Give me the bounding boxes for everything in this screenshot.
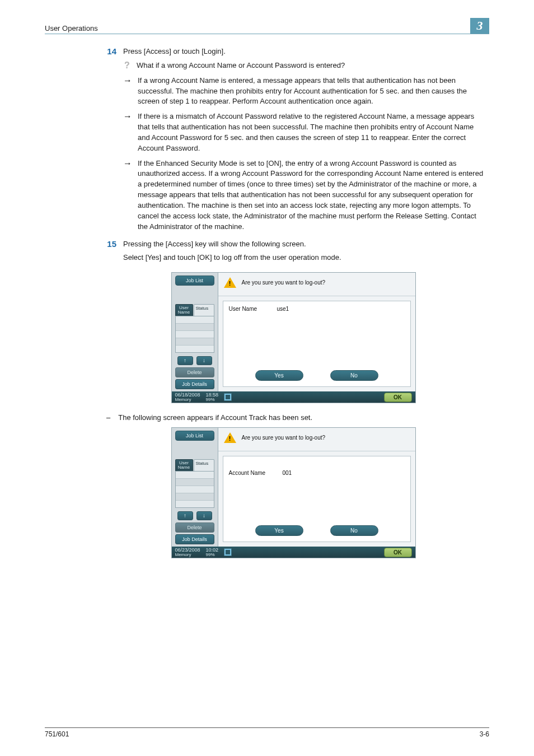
delete-button[interactable]: Delete (175, 367, 214, 377)
step-15-line2: Select [Yes] and touch [OK] to log off f… (123, 253, 486, 263)
step-15-line1: Pressing the [Access] key will show the … (123, 239, 486, 250)
status-memory-pct: 99% (206, 398, 219, 402)
note-text: If there is a mismatch of Account Passwo… (138, 111, 486, 153)
footer-right: 3-6 (480, 730, 489, 738)
dash-text: The following screen appears if Account … (118, 413, 486, 422)
status-memory-pct: 99% (206, 553, 219, 557)
job-row[interactable] (176, 472, 214, 479)
job-row[interactable] (176, 324, 214, 331)
step-14-question: ? What if a wrong Account Name or Accoun… (123, 60, 486, 71)
section-title: User Operations (45, 24, 98, 32)
nav-buttons: ↑ ↓ (172, 511, 218, 520)
step-15-dash: – The following screen appears if Accoun… (106, 413, 486, 422)
field-label: Account Name (229, 470, 273, 476)
step-number: 14 (101, 46, 116, 237)
job-row[interactable] (176, 501, 214, 507)
logout-prompt: Are you sure you want to log-out? (242, 279, 326, 286)
question-icon: ? (124, 61, 130, 71)
footer-left: 751/601 (45, 730, 69, 738)
job-details-button[interactable]: Job Details (175, 379, 214, 389)
field-value: use1 (277, 306, 289, 312)
dash-icon: – (106, 413, 110, 422)
note-text: If the Enhanced Security Mode is set to … (138, 158, 486, 232)
tab-status[interactable]: Status (194, 459, 214, 471)
nav-buttons: ↑ ↓ (172, 356, 218, 365)
yes-button[interactable]: Yes (255, 525, 303, 536)
question-text: What if a wrong Account Name or Account … (137, 60, 486, 71)
note-text: If a wrong Account Name is entered, a me… (138, 76, 486, 108)
device-screenshot-1: Job List User Name Status ↑ (171, 272, 416, 403)
account-name-row: Account Name 001 (229, 470, 405, 476)
job-row[interactable] (176, 338, 214, 346)
yes-button[interactable]: Yes (255, 370, 303, 381)
step-14-note-3: → If the Enhanced Security Mode is set t… (123, 158, 486, 232)
job-list-button[interactable]: Job List (175, 276, 214, 286)
job-row[interactable] (176, 486, 214, 493)
no-button[interactable]: No (330, 525, 378, 536)
nav-up-button[interactable]: ↑ (177, 511, 193, 520)
device-sidebar: Job List User Name Status ↑ (172, 273, 218, 391)
status-indicator-icon (224, 548, 232, 556)
device-main: Are you sure you want to log-out? Accoun… (218, 428, 415, 547)
field-label: User Name (229, 306, 267, 312)
device-status-bar: 06/23/2008 Memory 10:02 99% OK (172, 547, 415, 558)
job-row[interactable] (176, 346, 214, 352)
status-indicator-icon (224, 393, 232, 401)
sidebar-tabs: User Name Status (175, 304, 214, 316)
status-memory-label: Memory (175, 398, 200, 402)
job-list-button[interactable]: Job List (175, 431, 214, 441)
ok-button[interactable]: OK (384, 548, 412, 557)
arrow-icon: → (123, 159, 132, 232)
warning-icon (224, 277, 236, 288)
user-name-row: User Name use1 (229, 306, 405, 312)
device-sidebar: Job List User Name Status ↑ (172, 428, 218, 547)
step-14-lead: Press [Access] or touch [Login]. (123, 46, 486, 57)
nav-down-button[interactable]: ↓ (196, 356, 212, 365)
tab-user-name[interactable]: User Name (175, 459, 193, 471)
ok-button[interactable]: OK (384, 393, 412, 402)
arrow-icon: → (123, 112, 132, 153)
job-row[interactable] (176, 331, 214, 338)
page-footer: 751/601 3-6 (45, 727, 489, 738)
sidebar-tabs: User Name Status (175, 459, 214, 471)
device-screenshot-2: Job List User Name Status ↑ (171, 427, 416, 558)
chapter-number: 3 (477, 18, 483, 33)
nav-down-button[interactable]: ↓ (196, 511, 212, 520)
step-14-note-1: → If a wrong Account Name is entered, a … (123, 76, 486, 108)
no-button[interactable]: No (330, 370, 378, 381)
page-header: User Operations 3 (45, 18, 489, 34)
job-row[interactable] (176, 316, 214, 324)
step-14: 14 Press [Access] or touch [Login]. ? Wh… (101, 46, 486, 237)
tab-user-name[interactable]: User Name (175, 304, 193, 316)
nav-up-button[interactable]: ↑ (177, 356, 193, 365)
step-14-note-2: → If there is a mismatch of Account Pass… (123, 111, 486, 153)
status-memory-label: Memory (175, 553, 200, 557)
arrow-icon: → (123, 76, 132, 108)
job-row[interactable] (176, 493, 214, 501)
device-status-bar: 06/18/2008 Memory 18:58 99% OK (172, 391, 415, 403)
tab-status[interactable]: Status (194, 304, 214, 316)
job-rows (175, 471, 214, 508)
step-15: 15 Pressing the [Access] key will show t… (101, 239, 486, 267)
job-row[interactable] (176, 479, 214, 486)
job-rows (175, 316, 214, 353)
job-details-button[interactable]: Job Details (175, 534, 214, 544)
delete-button[interactable]: Delete (175, 522, 214, 533)
logout-prompt: Are you sure you want to log-out? (242, 435, 326, 441)
device-main: Are you sure you want to log-out? User N… (218, 273, 415, 391)
step-number: 15 (101, 239, 116, 267)
field-value: 001 (283, 470, 292, 476)
chapter-badge: 3 (470, 18, 489, 34)
warning-icon (224, 432, 236, 443)
